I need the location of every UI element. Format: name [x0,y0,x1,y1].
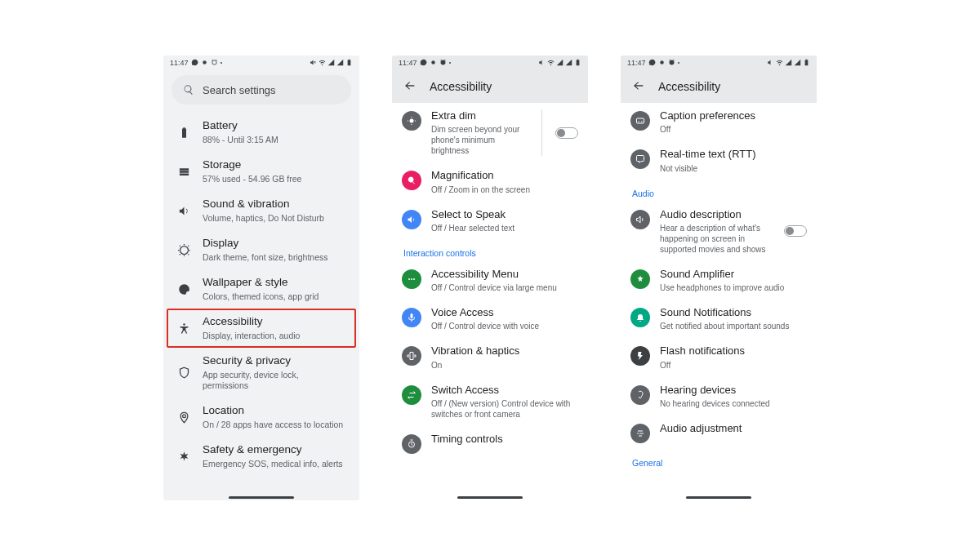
settings-row-storage[interactable]: Storage57% used - 54.96 GB free [163,152,359,191]
audio-description-toggle[interactable] [784,225,807,237]
settings-row-location[interactable]: LocationOn / 28 apps have access to loca… [163,398,359,437]
settings-row-wallpaper[interactable]: Wallpaper & styleColors, themed icons, a… [163,269,359,309]
row-vibration-haptics[interactable]: Vibration & hapticsOn [392,338,588,376]
row-title: Timing controls [431,433,578,446]
storage-icon [176,166,191,178]
timing-icon [402,434,421,454]
mute-icon [310,59,317,68]
row-sub: Off [660,124,807,135]
status-bar: 11:47 [163,56,359,70]
row-sub: Off [660,360,807,371]
row-rtt[interactable]: Real-time text (RTT)Not visible [621,141,817,180]
row-sub: Get notified about important sounds [660,321,807,331]
row-sub: Emergency SOS, medical info, alerts [203,459,346,469]
alarm-icon [668,59,675,68]
wifi-icon [547,59,555,68]
row-sub: Off / Control device via large menu [431,282,578,293]
header-bar: Accessibility [392,70,588,103]
signal2-icon [565,59,572,68]
row-sound-amplifier[interactable]: Sound AmplifierUse headphones to improve… [621,261,817,300]
row-flash-notifications[interactable]: Flash notificationsOff [621,338,817,376]
row-title: Switch Access [431,384,578,397]
row-title: Voice Access [431,306,578,319]
row-title: Safety & emergency [203,443,346,457]
settings-row-security[interactable]: Security & privacyApp security, device l… [163,348,359,398]
flash-icon [630,346,650,366]
whatsapp-icon [648,59,656,68]
row-audio-description[interactable]: Audio descriptionHear a description of w… [621,202,817,261]
row-title: Accessibility [203,315,346,329]
row-sub: Display, interaction, audio [203,331,346,341]
row-title: Sound Amplifier [660,268,807,281]
battery-icon [803,59,810,68]
row-sound-notifications[interactable]: Sound NotificationsGet notified about im… [621,300,817,338]
whatsapp-icon [420,59,427,68]
row-sub: Not visible [660,163,807,174]
row-magnification[interactable]: MagnificationOff / Zoom in on the screen [392,162,588,201]
row-sub: Off / Control device with voice [431,321,578,331]
audio-description-icon [630,210,650,229]
row-title: Extra dim [431,109,532,122]
row-title: Location [203,404,346,418]
hearing-devices-icon [630,385,650,405]
section-interaction-controls: Interaction controls [392,240,588,261]
sound-amplifier-icon [630,269,650,289]
row-sub: 57% used - 54.96 GB free [203,174,346,184]
palette-icon [176,283,191,295]
row-sub: Colors, themed icons, app grid [203,291,346,302]
overflow-dot-icon [678,62,679,64]
mute-icon [538,59,546,68]
wifi-icon [318,59,326,68]
row-hearing-devices[interactable]: Hearing devicesNo hearing devices connec… [621,377,817,415]
svg-point-0 [203,60,207,64]
row-title: Accessibility Menu [431,268,578,281]
status-time: 11:47 [170,59,189,67]
sound-icon [176,205,191,217]
row-title: Select to Speak [431,208,578,221]
gesture-bar[interactable] [229,496,294,499]
row-voice-access[interactable]: Voice AccessOff / Control device with vo… [392,300,588,338]
circle-icon [430,59,437,68]
row-sub: Off / (New version) Control device with … [431,398,578,420]
extra-dim-toggle[interactable] [555,127,578,139]
row-extra-dim[interactable]: Extra dimDim screen beyond your phone's … [392,103,588,162]
shield-icon [176,367,191,379]
extra-dim-icon [402,111,421,131]
gesture-bar[interactable] [457,496,523,499]
row-sub: On [431,360,578,371]
signal-icon [556,59,564,68]
row-switch-access[interactable]: Switch AccessOff / (New version) Control… [392,377,588,426]
row-title: Vibration & haptics [431,344,578,358]
location-icon [176,411,191,424]
row-title: Storage [203,158,346,172]
settings-row-display[interactable]: DisplayDark theme, font size, brightness [163,230,359,269]
row-sub: Hear a description of what's happening o… [660,223,769,255]
search-settings-input[interactable]: Search settings [172,75,351,104]
svg-point-7 [660,60,664,64]
switch-access-icon [402,385,421,405]
row-caption-preferences[interactable]: Caption preferencesOff [621,103,817,141]
back-button[interactable] [403,79,416,94]
settings-row-battery[interactable]: Battery88% - Until 3:15 AM [163,113,359,152]
search-placeholder: Search settings [203,84,276,96]
row-sub: Off / Zoom in on the screen [431,184,578,195]
row-timing-controls[interactable]: Timing controls [392,426,588,460]
gesture-bar[interactable] [686,496,751,499]
row-accessibility-menu[interactable]: Accessibility MenuOff / Control device v… [392,261,588,300]
battery-icon [345,59,353,68]
settings-row-accessibility[interactable]: AccessibilityDisplay, interaction, audio [167,309,356,348]
alarm-icon [211,59,218,68]
signal2-icon [336,59,344,68]
alarm-icon [439,59,447,68]
back-button[interactable] [632,79,645,94]
row-sub: Off / Hear selected text [431,223,578,233]
header-title: Accessibility [430,80,492,93]
settings-row-sound[interactable]: Sound & vibrationVolume, haptics, Do Not… [163,191,359,230]
accessibility-menu-icon [402,269,421,289]
row-title: Security & privacy [203,354,346,368]
row-sub: Volume, haptics, Do Not Disturb [203,213,346,224]
row-select-to-speak[interactable]: Select to SpeakOff / Hear selected text [392,202,588,240]
whatsapp-icon [191,59,198,68]
settings-row-safety[interactable]: Safety & emergencyEmergency SOS, medical… [163,437,359,476]
row-audio-adjustment[interactable]: Audio adjustment [621,415,817,450]
